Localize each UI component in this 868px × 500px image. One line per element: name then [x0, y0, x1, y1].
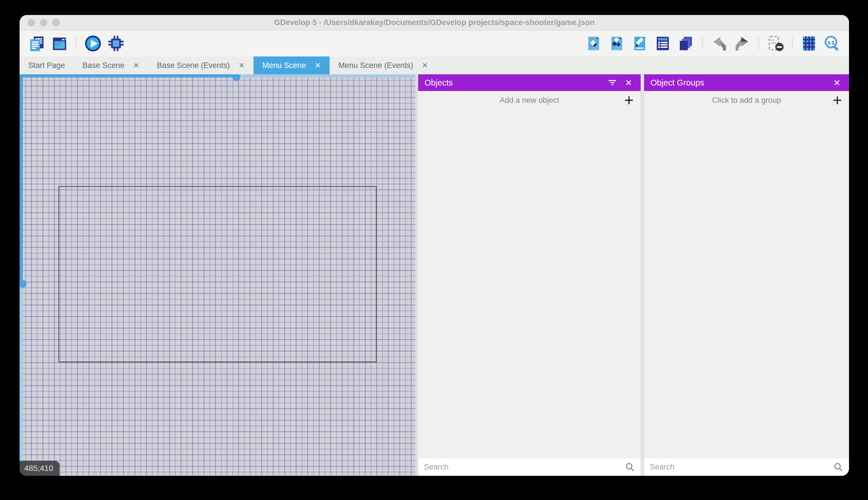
- play-preview-icon: [84, 35, 102, 52]
- tab-label: Start Page: [28, 61, 65, 70]
- close-window-button[interactable]: [28, 19, 35, 26]
- open-instances-list-button[interactable]: [653, 34, 672, 53]
- debugger-button[interactable]: [106, 34, 126, 53]
- groups-search-row: [644, 458, 849, 476]
- add-group-row[interactable]: Click to add a group +: [644, 91, 849, 110]
- vertical-scrollbar-thumb[interactable]: [20, 74, 23, 284]
- instances-list-panel-icon: [655, 35, 671, 52]
- tab-start-page[interactable]: Start Page: [20, 56, 74, 74]
- groups-search-input[interactable]: [650, 463, 830, 471]
- vertical-scrollbar-handle[interactable]: [20, 280, 26, 288]
- objects-panel-close-button[interactable]: ✕: [621, 76, 637, 90]
- scene-editor-canvas[interactable]: 485;410: [20, 74, 415, 476]
- horizontal-scrollbar-thumb[interactable]: [20, 74, 236, 78]
- object-groups-panel-icon: [609, 35, 625, 52]
- open-objects-panel-button[interactable]: [584, 34, 603, 53]
- traffic-lights: [28, 19, 60, 26]
- minimize-window-button[interactable]: [40, 19, 47, 26]
- tab-label: Base Scene (Events): [157, 61, 230, 70]
- toggle-window-mask-button[interactable]: [766, 34, 785, 53]
- add-group-label: Click to add a group: [712, 96, 781, 105]
- filter-icon: [608, 79, 617, 87]
- toolbar: 1:1: [20, 31, 849, 56]
- search-icon: [833, 462, 843, 472]
- cursor-coordinates-badge: 485;410: [20, 461, 60, 476]
- toolbar-right-group: 1:1: [584, 34, 842, 53]
- objects-panel-icon: [586, 35, 602, 52]
- project-manager-button[interactable]: [27, 34, 46, 53]
- canvas-panel-divider[interactable]: [415, 74, 418, 476]
- layers-panel-icon: [678, 35, 694, 52]
- debug-icon: [108, 35, 124, 52]
- properties-panel-icon: [632, 35, 648, 52]
- zoom-window-button[interactable]: [52, 19, 60, 26]
- object-groups-panel: Object Groups ✕ Click to add a group +: [644, 74, 849, 476]
- tab-label: Menu Scene (Events): [338, 61, 413, 70]
- main-content: 485;410 Objects: [20, 74, 849, 476]
- tab-menu-scene-events[interactable]: Menu Scene (Events) ✕: [329, 56, 437, 74]
- tab-bar: Start Page Base Scene ✕ Base Scene (Even…: [20, 56, 849, 74]
- undo-button[interactable]: [710, 34, 729, 53]
- grid-icon: [801, 35, 817, 52]
- add-object-row[interactable]: Add a new object +: [418, 91, 641, 110]
- scene-window-boundary: [58, 186, 377, 362]
- tab-base-scene-events[interactable]: Base Scene (Events) ✕: [148, 56, 253, 74]
- zoom-1-1-icon: 1:1: [823, 35, 841, 52]
- object-groups-panel-title: Object Groups: [650, 78, 829, 88]
- add-object-button[interactable]: +: [624, 92, 634, 108]
- window-title: GDevelop 5 - /Users/dkarakay/Documents/G…: [20, 18, 849, 27]
- open-properties-panel-button[interactable]: [630, 34, 649, 53]
- tab-label: Menu Scene: [262, 61, 306, 70]
- gdevelop-window: GDevelop 5 - /Users/dkarakay/Documents/G…: [20, 15, 849, 476]
- tab-close-icon[interactable]: ✕: [133, 61, 139, 69]
- horizontal-scrollbar[interactable]: [20, 74, 415, 78]
- window-mask-icon: [767, 35, 784, 52]
- tab-base-scene[interactable]: Base Scene ✕: [74, 56, 148, 74]
- tab-menu-scene[interactable]: Menu Scene ✕: [253, 56, 329, 74]
- zoom-1-1-button[interactable]: 1:1: [822, 34, 842, 53]
- tab-close-icon[interactable]: ✕: [238, 61, 245, 69]
- redo-icon: [734, 35, 751, 52]
- tab-close-icon[interactable]: ✕: [315, 61, 321, 69]
- toolbar-separator: [759, 37, 759, 50]
- toggle-grid-button[interactable]: [799, 34, 819, 53]
- preview-window-button[interactable]: [50, 34, 69, 53]
- add-group-button[interactable]: +: [833, 92, 842, 108]
- object-groups-panel-header: Object Groups ✕: [644, 74, 849, 91]
- window-icon: [51, 35, 68, 52]
- undo-icon: [711, 35, 728, 52]
- tab-close-icon[interactable]: ✕: [422, 61, 428, 69]
- toolbar-separator: [76, 37, 77, 50]
- objects-search-input[interactable]: [424, 463, 621, 471]
- vertical-scrollbar[interactable]: [20, 74, 23, 476]
- objects-search-row: [418, 458, 641, 476]
- redo-button[interactable]: [733, 34, 752, 53]
- object-groups-panel-close-button[interactable]: ✕: [829, 76, 845, 90]
- panels-divider[interactable]: [641, 74, 644, 476]
- objects-panel-header: Objects ✕: [418, 74, 641, 91]
- open-object-groups-panel-button[interactable]: [607, 34, 626, 53]
- add-object-label: Add a new object: [500, 96, 559, 105]
- objects-panel-title: Objects: [424, 78, 605, 88]
- launch-preview-button[interactable]: [83, 34, 103, 53]
- toolbar-left-group: [27, 34, 126, 53]
- screenshot-stage: GDevelop 5 - /Users/dkarakay/Documents/G…: [0, 0, 868, 500]
- objects-filter-button[interactable]: [605, 76, 621, 90]
- groups-list-empty-area[interactable]: [644, 110, 849, 458]
- title-bar: GDevelop 5 - /Users/dkarakay/Documents/G…: [20, 15, 849, 31]
- svg-text:1:1: 1:1: [828, 40, 835, 45]
- open-layers-panel-button[interactable]: [676, 34, 695, 53]
- search-icon: [625, 462, 635, 472]
- toolbar-separator: [792, 37, 793, 50]
- objects-panel: Objects ✕ Add a new object: [418, 74, 641, 476]
- objects-list-empty-area[interactable]: [418, 110, 641, 458]
- project-manager-icon: [28, 35, 45, 52]
- tab-label: Base Scene: [83, 61, 125, 70]
- horizontal-scrollbar-handle[interactable]: [233, 74, 240, 81]
- toolbar-separator: [702, 37, 703, 50]
